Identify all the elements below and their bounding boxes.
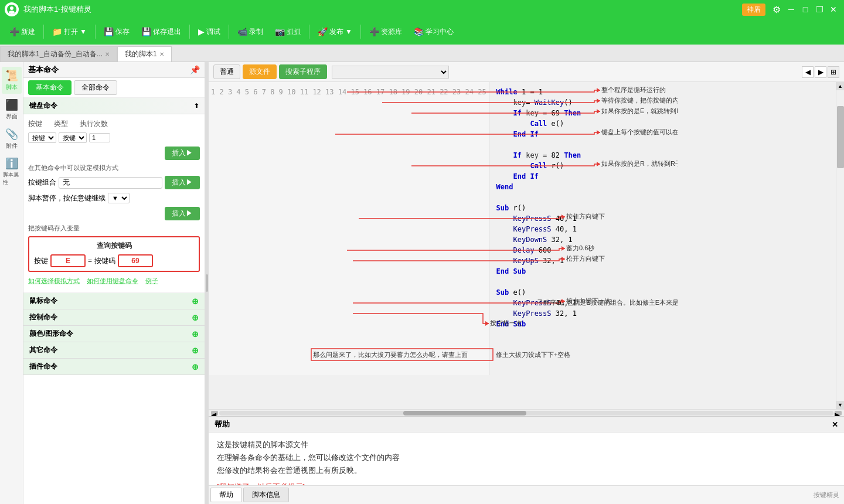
learn-button[interactable]: 📚 学习中心	[409, 25, 458, 39]
scroll-track[interactable]	[836, 90, 845, 401]
sep2	[95, 25, 96, 39]
code-editor: 1 2 3 4 5 6 7 8 9 10 11 12 13 14 15 16 1…	[209, 82, 836, 375]
hscroll-left-btn[interactable]: ◀	[211, 411, 218, 416]
maximize-button[interactable]: □	[799, 4, 811, 15]
code-toolbar: 普通 源文件 搜索子程序 ◀ ▶ ⊞	[209, 62, 844, 82]
keyboard-section-header[interactable]: 键盘命令 ⬆	[23, 98, 205, 114]
publish-button[interactable]: 🚀 发布 ▼	[313, 25, 357, 39]
search-select[interactable]	[332, 66, 449, 79]
combo-input[interactable]	[59, 177, 162, 189]
capture-button[interactable]: 📷 抓抓	[270, 25, 305, 39]
tab-normal[interactable]: 普通	[213, 64, 240, 79]
keyboard-chevron-icon: ⬆	[194, 103, 199, 109]
grid-button[interactable]: ⊞	[828, 66, 839, 78]
save-exit-button[interactable]: 💾 保存退出	[137, 25, 186, 39]
save-icon: 💾	[104, 27, 114, 36]
key-insert-button[interactable]: 插入▶	[165, 147, 200, 160]
left-panel-scroll[interactable]: 键盘命令 ⬆ 按键 类型 执行次数 按键 按键	[23, 98, 205, 504]
learn-icon: 📚	[414, 27, 424, 36]
link-simmode[interactable]: 如何选择模拟方式	[28, 277, 80, 285]
link-howto[interactable]: 如何使用键盘命令	[87, 277, 138, 285]
sidebar-label-ui: 界面	[6, 113, 18, 121]
help-close-icon[interactable]: ✕	[832, 420, 838, 429]
search-dropdown[interactable]	[332, 66, 449, 79]
tab-source[interactable]: 源文件	[243, 64, 277, 79]
color-section-header[interactable]: 颜色/图形命令 ⊕	[23, 326, 205, 342]
scrollbar-track[interactable]	[219, 411, 833, 416]
lookup-code-input[interactable]	[118, 254, 153, 267]
tab-close-1[interactable]: ✕	[159, 51, 164, 57]
resource-button[interactable]: ➕ 资源库	[365, 25, 407, 39]
restore-button[interactable]: ❐	[814, 4, 825, 15]
control-section-header[interactable]: 控制命令 ⊕	[23, 309, 205, 326]
help-tab-help[interactable]: 帮助	[210, 488, 242, 502]
pause-select[interactable]: ▼	[108, 193, 130, 203]
panel-tab-all[interactable]: 全部命令	[74, 80, 117, 95]
sidebar-item-attachment[interactable]: 📎 附件	[2, 125, 22, 152]
ui-icon: ⬛	[5, 98, 18, 111]
code-content[interactable]: While 1 = 1 key= WaitKey() If key = 69 T…	[489, 82, 836, 375]
tab-0[interactable]: 我的脚本1_自动备份_自动备... ✕	[0, 46, 117, 62]
help-line-1: 这是按键精灵的脚本源文件	[217, 438, 836, 451]
scrollbar-thumb	[403, 411, 526, 416]
links-row: 如何选择模拟方式 如何使用键盘命令 例子	[28, 277, 200, 285]
window-controls: ─ □ ❐ ✕	[785, 4, 839, 15]
sidebar-item-script[interactable]: 📜 脚本	[2, 67, 22, 94]
minimize-button[interactable]: ─	[785, 4, 797, 15]
plugin-section-header[interactable]: 插件命令 ⊕	[23, 359, 205, 375]
tab-search[interactable]: 搜索子程序	[279, 64, 327, 79]
help-tab-info[interactable]: 脚本信息	[243, 488, 289, 502]
new-button[interactable]: ➕ 新建	[5, 25, 40, 39]
save-button[interactable]: 💾 保存	[99, 25, 134, 39]
save-exit-icon: 💾	[141, 27, 151, 36]
sidebar-label-attachment: 附件	[6, 142, 18, 150]
record-button[interactable]: 📹 录制	[233, 25, 268, 39]
combo-insert-button[interactable]: 插入▶	[165, 176, 200, 189]
help-panel: 帮助 ✕ 这是按键精灵的脚本源文件 在理解各条命令的基础上，您可以修改这个文件的…	[209, 416, 844, 504]
plugin-section-label: 插件命令	[29, 362, 57, 372]
code-editor-container: 1 2 3 4 5 6 7 8 9 10 11 12 13 14 15 16 1…	[209, 82, 844, 409]
tab-label-0: 我的脚本1_自动备份_自动备...	[8, 49, 103, 59]
debug-button[interactable]: ▶ 调试	[193, 25, 225, 39]
close-button[interactable]: ✕	[828, 4, 839, 15]
other-section-header[interactable]: 其它命令 ⊕	[23, 342, 205, 359]
exec-input[interactable]	[89, 133, 110, 142]
scroll-thumb	[837, 106, 844, 168]
lookup-code-label: 按键码	[94, 256, 115, 266]
panel-tab-basic[interactable]: 基本命令	[28, 80, 72, 95]
key-note: 在其他命令中可以设定模拟方式	[28, 164, 200, 176]
keyboard-cmd-content: 按键 类型 执行次数 按键 按键 插入▶	[23, 114, 205, 292]
debug-icon: ▶	[198, 27, 205, 36]
scroll-down-button[interactable]: ▼	[836, 401, 845, 409]
combo-row: 按键组合 插入▶	[28, 176, 200, 189]
script-icon: 📜	[5, 69, 18, 82]
prev-arrow[interactable]: ◀	[802, 66, 814, 78]
pause-insert-button[interactable]: 插入▶	[165, 207, 200, 220]
open-icon: 📁	[52, 27, 62, 36]
open-button[interactable]: 📁 打开 ▼	[47, 25, 91, 39]
code-editor-wrap[interactable]: 1 2 3 4 5 6 7 8 9 10 11 12 13 14 15 16 1…	[209, 82, 836, 409]
scroll-up-button[interactable]: ▲	[836, 82, 845, 90]
sidebar-item-properties[interactable]: ℹ️ 脚本属性	[2, 155, 22, 189]
right-scrollbar[interactable]: ▲ ▼	[836, 82, 844, 409]
help-line-3: 您修改的结果将会在普通视图上有所反映。	[217, 464, 836, 477]
help-line-2: 在理解各条命令的基础上，您可以修改这个文件的内容	[217, 451, 836, 464]
key-select[interactable]: 按键	[28, 132, 56, 143]
titlebar: 我的脚本1-按键精灵 神盾 ⚙ ─ □ ❐ ✕	[0, 0, 844, 19]
tab-1[interactable]: 我的脚本1 ✕	[117, 46, 172, 62]
tab-close-0[interactable]: ✕	[105, 51, 110, 57]
type-select[interactable]: 按键	[59, 132, 87, 143]
hscroll-right-btn[interactable]: ▶	[835, 411, 842, 416]
lookup-eq: =	[88, 257, 92, 265]
window-title: 我的脚本1-按键精灵	[23, 4, 742, 15]
svg-point-2	[9, 11, 15, 14]
mouse-section-header[interactable]: 鼠标命令 ⊕	[23, 293, 205, 309]
next-arrow[interactable]: ▶	[815, 66, 826, 78]
gear-icon[interactable]: ⚙	[772, 4, 781, 15]
sidebar-label-properties: 脚本属性	[3, 171, 21, 186]
link-example[interactable]: 例子	[145, 277, 158, 285]
lookup-key-input[interactable]	[50, 254, 86, 267]
help-footer: 帮助 脚本信息	[209, 485, 844, 504]
code-scrollbar[interactable]: ◀ ▶	[209, 409, 844, 416]
sidebar-item-ui[interactable]: ⬛ 界面	[2, 96, 22, 123]
